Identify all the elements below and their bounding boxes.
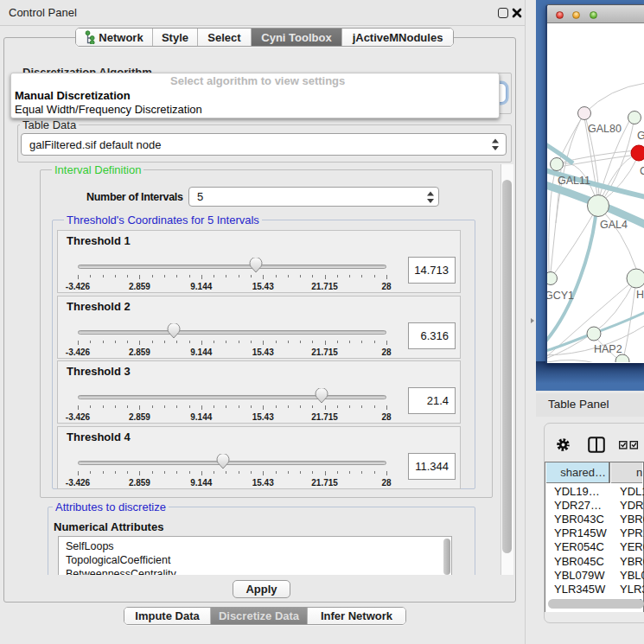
svg-text:C: C [640,165,644,177]
svg-text:H: H [636,289,644,301]
svg-text:HAP2: HAP2 [594,343,622,355]
svg-text:GCY1: GCY1 [547,290,574,302]
svg-text:GAL80: GAL80 [588,123,622,135]
svg-text:GAL4: GAL4 [600,219,628,231]
svg-text:G: G [637,130,644,142]
svg-text:GAL11: GAL11 [558,175,590,187]
